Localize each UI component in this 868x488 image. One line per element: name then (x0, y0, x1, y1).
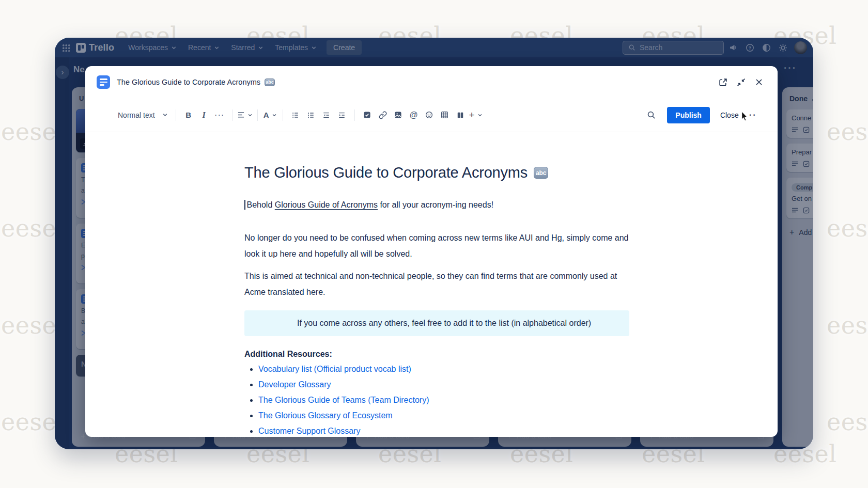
link-button[interactable] (375, 107, 391, 123)
list-item: The Glorious Glossary of Ecosystem (258, 411, 629, 420)
open-in-new-window-icon[interactable] (719, 78, 727, 87)
paragraph-intro[interactable]: Behold Glorious Guide of Acronyms for al… (244, 199, 629, 211)
chevron-down-icon (162, 112, 168, 118)
paragraph-text: Behold (247, 200, 275, 209)
resource-link[interactable]: The Glorious Guide of Teams (Team Direct… (258, 396, 429, 404)
toolbar-divider (283, 109, 283, 121)
mouse-cursor (741, 111, 749, 122)
toolbar-divider (257, 109, 258, 121)
list-item: Customer Support Glossary (258, 427, 629, 436)
search-icon (647, 111, 656, 119)
image-button[interactable] (391, 107, 406, 123)
paragraph[interactable]: No longer do you need to be confused whe… (244, 230, 629, 262)
indent-button[interactable] (334, 107, 350, 123)
inline-link[interactable]: Glorious Guide of Acronyms (275, 200, 378, 209)
text-style-dropdown[interactable]: Normal text (115, 107, 171, 123)
document-body[interactable]: The Glorious Guide to Corporate Acronyms… (85, 132, 778, 437)
toolbar-divider (176, 109, 176, 121)
info-panel[interactable]: If you come across any others, feel free… (244, 310, 629, 336)
publish-button[interactable]: Publish (667, 107, 710, 123)
toolbar-divider (232, 109, 233, 121)
resource-link[interactable]: Developer Glossary (258, 380, 331, 389)
toolbar-overflow-icon[interactable]: ·· (749, 110, 757, 120)
insert-dropdown[interactable]: + (468, 107, 484, 123)
mention-button[interactable]: @ (406, 107, 422, 123)
paragraph-text: for all your acronym-ing needs! (378, 200, 493, 209)
document-icon (97, 75, 110, 89)
list-item: Vocabulary list (Official product vocab … (258, 365, 629, 374)
more-formatting-button[interactable]: ··· (212, 107, 227, 123)
watermark-text: eesel (827, 118, 868, 146)
modal-title: The Glorious Guide to Corporate Acronyms… (117, 78, 275, 86)
table-icon (441, 111, 448, 119)
outdent-button[interactable] (319, 107, 334, 123)
chevron-down-icon (477, 113, 483, 118)
numbered-list-button[interactable] (303, 107, 319, 123)
numbered-list-icon (307, 112, 315, 119)
text-color-dropdown[interactable]: A (262, 107, 278, 123)
indent-icon (338, 112, 346, 119)
bullet-list-button[interactable] (288, 107, 303, 123)
italic-button[interactable]: I (196, 107, 212, 123)
trello-window: Trello Workspaces Recent Starred Templat… (55, 38, 813, 449)
modal-title-text: The Glorious Guide to Corporate Acronyms (117, 78, 260, 86)
bullet-list-icon (291, 112, 299, 119)
plus-icon: + (469, 109, 475, 121)
abc-emoji: abc (534, 167, 548, 179)
bold-button[interactable]: B (181, 107, 196, 123)
document-modal: The Glorious Guide to Corporate Acronyms… (85, 66, 778, 437)
emoji-icon (425, 111, 433, 119)
document-title[interactable]: The Glorious Guide to Corporate Acronyms… (244, 164, 629, 181)
find-in-doc-button[interactable] (643, 107, 659, 123)
resource-link[interactable]: The Glorious Glossary of Ecosystem (258, 411, 393, 420)
resources-heading: Additional Resources: (244, 350, 629, 359)
outdent-icon (322, 112, 330, 119)
emoji-button[interactable] (422, 107, 437, 123)
close-icon[interactable] (755, 78, 763, 86)
list-item: The Glorious Guide of Teams (Team Direct… (258, 396, 629, 405)
resources-list: Vocabulary list (Official product vocab … (244, 365, 629, 436)
task-checkbox-icon (363, 111, 371, 119)
text-caret (244, 200, 245, 210)
collapse-icon[interactable] (737, 78, 746, 87)
watermark-text: eesel (827, 408, 868, 436)
text-style-label: Normal text (118, 111, 155, 119)
toolbar-divider (354, 109, 355, 121)
chevron-down-icon (272, 113, 277, 118)
editor-toolbar: Normal text B I ··· A (85, 98, 778, 132)
resource-link[interactable]: Vocabulary list (Official product vocab … (258, 365, 411, 373)
watermark-text: eesel (827, 311, 868, 339)
watermark-text: eesel (827, 214, 868, 242)
resource-link[interactable]: Customer Support Glossary (258, 427, 360, 435)
list-item: Developer Glossary (258, 380, 629, 389)
layout-columns-button[interactable] (453, 107, 468, 123)
abc-emoji: abc (265, 78, 275, 86)
link-icon (379, 111, 387, 119)
image-icon (394, 111, 402, 119)
alignment-dropdown[interactable] (237, 107, 253, 123)
align-left-icon (237, 112, 245, 118)
task-list-button[interactable] (360, 107, 375, 123)
text-color-icon: A (264, 111, 269, 119)
document-title-text: The Glorious Guide to Corporate Acronyms (244, 164, 528, 181)
columns-icon (457, 112, 464, 119)
modal-header: The Glorious Guide to Corporate Acronyms… (85, 66, 778, 98)
chevron-down-icon (247, 113, 253, 118)
paragraph[interactable]: This is aimed at technical and non-techn… (244, 268, 629, 300)
table-button[interactable] (437, 107, 453, 123)
close-editor-button[interactable]: Close (718, 108, 741, 122)
